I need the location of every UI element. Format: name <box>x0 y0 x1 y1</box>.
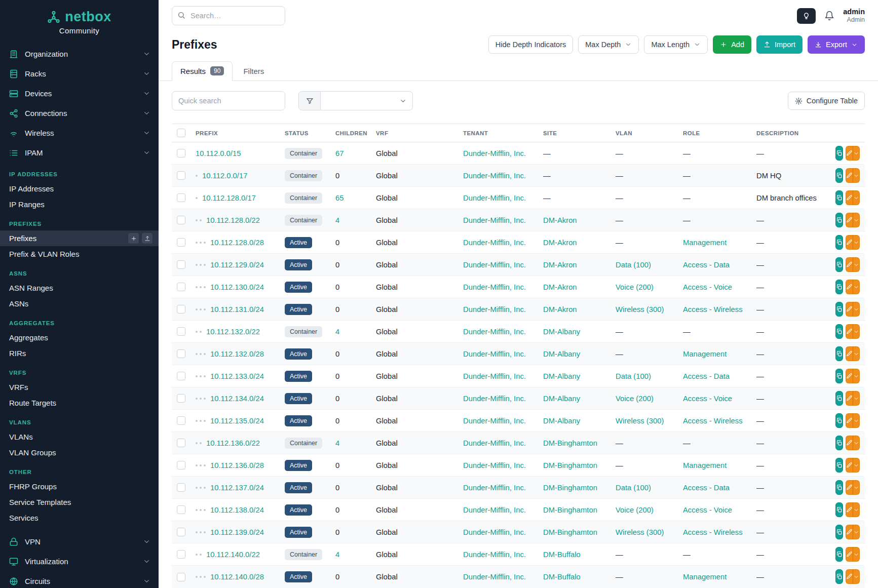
row-checkbox[interactable] <box>177 439 185 447</box>
site-link[interactable]: DM-Albany <box>543 395 580 403</box>
edit-button[interactable] <box>846 257 853 272</box>
prefix-link[interactable]: 10.112.134.0/24 <box>210 395 264 403</box>
tenant-link[interactable]: Dunder-Mifflin, Inc. <box>463 239 526 247</box>
prefix-link[interactable]: 10.112.128.0/17 <box>202 194 256 202</box>
edit-dropdown-button[interactable] <box>853 146 860 161</box>
edit-dropdown-button[interactable] <box>853 235 860 250</box>
row-checkbox[interactable] <box>177 461 185 469</box>
copy-button[interactable] <box>835 235 843 250</box>
vlan-link[interactable]: Voice (200) <box>616 506 654 514</box>
prefix-link[interactable]: 10.112.140.0/22 <box>206 551 260 559</box>
sidebar-item-ip-ranges[interactable]: IP Ranges <box>0 197 159 212</box>
edit-dropdown-button[interactable] <box>853 369 860 383</box>
edit-dropdown-button[interactable] <box>853 324 860 339</box>
max-length-dropdown[interactable]: Max Length <box>644 35 708 54</box>
column-header-prefix[interactable]: Prefix <box>190 124 280 142</box>
sidebar-item-asn-ranges[interactable]: ASN Ranges <box>0 280 159 296</box>
sidebar-item-services[interactable]: Services <box>0 510 159 526</box>
row-checkbox[interactable] <box>177 550 185 559</box>
edit-dropdown-button[interactable] <box>853 480 860 495</box>
prefix-link[interactable]: 10.112.136.0/28 <box>210 461 264 469</box>
site-link[interactable]: DM-Akron <box>543 216 577 224</box>
row-checkbox[interactable] <box>177 416 185 425</box>
role-link[interactable]: Management <box>683 350 727 358</box>
row-checkbox[interactable] <box>177 573 185 581</box>
copy-button[interactable] <box>835 324 843 339</box>
hide-depth-indicators-button[interactable]: Hide Depth Indicators <box>488 35 573 54</box>
prefix-link[interactable]: 10.112.135.0/24 <box>210 417 264 425</box>
copy-button[interactable] <box>835 257 843 272</box>
edit-button[interactable] <box>846 280 853 294</box>
role-link[interactable]: Access - Voice <box>683 506 732 514</box>
vlan-link[interactable]: Data (100) <box>616 372 651 380</box>
add-prefixes-button[interactable] <box>128 233 139 244</box>
role-link[interactable]: Access - Wireless <box>683 528 743 536</box>
edit-dropdown-button[interactable] <box>853 525 860 539</box>
vlan-link[interactable]: Data (100) <box>616 484 651 492</box>
copy-button[interactable] <box>835 569 843 584</box>
copy-button[interactable] <box>835 346 843 361</box>
tenant-link[interactable]: Dunder-Mifflin, Inc. <box>463 573 526 581</box>
site-link[interactable]: DM-Buffalo <box>543 573 581 581</box>
tenant-link[interactable]: Dunder-Mifflin, Inc. <box>463 261 526 269</box>
sidebar-item-vlans[interactable]: VLANs <box>0 429 159 445</box>
edit-dropdown-button[interactable] <box>853 190 860 205</box>
role-link[interactable]: Access - Voice <box>683 395 732 403</box>
tenant-link[interactable]: Dunder-Mifflin, Inc. <box>463 172 526 180</box>
children-link[interactable]: 4 <box>335 216 339 224</box>
export-button[interactable]: Export <box>808 35 865 54</box>
column-header-site[interactable]: Site <box>538 124 610 142</box>
role-link[interactable]: Access - Voice <box>683 283 732 291</box>
prefix-link[interactable]: 10.112.132.0/22 <box>206 328 260 336</box>
vlan-link[interactable]: Wireless (300) <box>616 305 664 313</box>
sidebar-item-vpn[interactable]: VPN <box>0 532 159 552</box>
row-checkbox[interactable] <box>177 260 185 269</box>
prefix-link[interactable]: 10.112.133.0/24 <box>210 372 264 380</box>
sidebar-item-circuits[interactable]: Circuits <box>0 571 159 588</box>
sidebar-item-aggregates[interactable]: Aggregates <box>0 330 159 345</box>
copy-button[interactable] <box>835 280 843 294</box>
row-checkbox[interactable] <box>177 394 185 403</box>
edit-button[interactable] <box>846 525 853 539</box>
theme-toggle-button[interactable] <box>797 8 816 24</box>
notifications-bell-icon[interactable] <box>824 11 834 21</box>
tenant-link[interactable]: Dunder-Mifflin, Inc. <box>463 305 526 313</box>
edit-button[interactable] <box>846 346 853 361</box>
sidebar-item-vrfs[interactable]: VRFs <box>0 379 159 395</box>
sidebar-item-route-targets[interactable]: Route Targets <box>0 395 159 411</box>
edit-dropdown-button[interactable] <box>853 413 860 428</box>
tenant-link[interactable]: Dunder-Mifflin, Inc. <box>463 461 526 469</box>
tenant-link[interactable]: Dunder-Mifflin, Inc. <box>463 328 526 336</box>
site-link[interactable]: DM-Albany <box>543 350 580 358</box>
edit-button[interactable] <box>846 213 853 227</box>
sidebar-item-devices[interactable]: Devices <box>0 84 159 103</box>
sidebar-item-racks[interactable]: Racks <box>0 64 159 84</box>
prefix-link[interactable]: 10.112.137.0/24 <box>210 484 264 492</box>
prefix-link[interactable]: 10.112.128.0/28 <box>210 239 264 247</box>
column-header-vlan[interactable]: VLAN <box>610 124 678 142</box>
site-link[interactable]: DM-Akron <box>543 305 577 313</box>
children-link[interactable]: 4 <box>335 439 339 447</box>
edit-dropdown-button[interactable] <box>853 302 860 317</box>
tenant-link[interactable]: Dunder-Mifflin, Inc. <box>463 283 526 291</box>
sidebar-item-organization[interactable]: Organization <box>0 44 159 64</box>
copy-button[interactable] <box>835 369 843 383</box>
edit-dropdown-button[interactable] <box>853 502 860 517</box>
tenant-link[interactable]: Dunder-Mifflin, Inc. <box>463 194 526 202</box>
site-link[interactable]: DM-Akron <box>543 283 577 291</box>
import-prefixes-button[interactable] <box>142 233 152 244</box>
copy-button[interactable] <box>835 302 843 317</box>
row-checkbox[interactable] <box>177 171 185 180</box>
role-link[interactable]: Management <box>683 239 727 247</box>
copy-button[interactable] <box>835 436 843 450</box>
sidebar-item-rirs[interactable]: RIRs <box>0 345 159 361</box>
edit-dropdown-button[interactable] <box>853 391 860 406</box>
prefix-link[interactable]: 10.112.0.0/15 <box>196 149 241 158</box>
site-link[interactable]: DM-Albany <box>543 417 580 425</box>
prefix-link[interactable]: 10.112.140.0/28 <box>210 573 264 581</box>
site-link[interactable]: DM-Albany <box>543 328 580 336</box>
edit-dropdown-button[interactable] <box>853 280 860 294</box>
site-link[interactable]: DM-Binghamton <box>543 528 597 536</box>
copy-button[interactable] <box>835 168 843 183</box>
copy-button[interactable] <box>835 146 843 161</box>
